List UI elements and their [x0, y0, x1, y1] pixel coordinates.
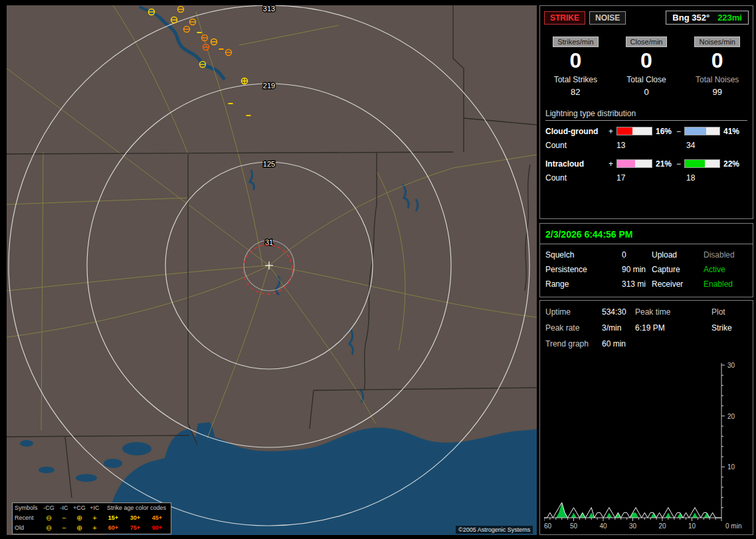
- legend-col-header-cg-neg: -CG: [41, 505, 56, 511]
- app-window: 313 219 125 31 Symbols -CG -IC +CG +: [0, 0, 756, 539]
- cg-minus-bar: [684, 127, 720, 135]
- intracloud-count-row: Count 17 18: [545, 173, 747, 183]
- svg-text:0 min: 0 min: [725, 522, 741, 529]
- legend-recent-row: Recent ⊖ − ⊕ + 15+ 30+ 45+: [13, 513, 171, 523]
- svg-text:60: 60: [544, 522, 552, 529]
- cg-neg-symbol-icon: ⊖: [41, 524, 56, 532]
- total-strikes-value: 82: [540, 87, 611, 97]
- session-panel: Uptime 534:30 Peak time Plot Peak rate 3…: [539, 300, 753, 535]
- svg-text:10: 10: [727, 463, 735, 471]
- strike-symbol-cg-pos-icon: [242, 78, 248, 84]
- ic-pos-symbol-icon: +: [87, 514, 102, 522]
- ic-neg-symbol-icon: −: [56, 514, 72, 522]
- legend-col-header-ic-neg: -IC: [56, 505, 72, 511]
- capture-status: Active: [704, 265, 747, 274]
- intracloud-label: Intracloud: [545, 159, 609, 169]
- svg-text:30: 30: [727, 362, 735, 369]
- datetime-display: 2/3/2026 6:44:56 PM: [540, 224, 753, 244]
- legend-age-value: 45+: [146, 515, 168, 521]
- noises-rate-value: 0: [682, 50, 753, 72]
- svg-text:50: 50: [570, 522, 578, 529]
- session-grid: Uptime 534:30 Peak time Plot Peak rate 3…: [540, 301, 753, 348]
- legend-age-value: 30+: [124, 515, 146, 521]
- persistence-value: 90 min: [622, 265, 652, 274]
- uptime-value: 534:30: [602, 307, 635, 317]
- close-per-min-header[interactable]: Close/min: [626, 37, 668, 47]
- noise-mode-button[interactable]: NOISE: [589, 11, 626, 25]
- squelch-value: 0: [622, 250, 652, 260]
- legend-row-label: Old: [15, 525, 41, 531]
- trend-area-intracloud: [544, 502, 721, 518]
- legend-age-value: 15+: [102, 515, 124, 521]
- mode-toggle-row: STRIKE NOISE Bng 352° 223mi: [540, 6, 753, 25]
- strikes-rate-value: 0: [540, 50, 611, 72]
- peak-rate-label: Peak rate: [545, 323, 602, 333]
- noises-column: Noises/min 0 Total Noises 99: [682, 35, 753, 97]
- cg-minus-bar-fill: [685, 127, 706, 135]
- close-rate-value: 0: [611, 50, 682, 72]
- ring-label-313: 313: [263, 5, 275, 13]
- legend-age-value: 75+: [124, 525, 146, 531]
- ic-minus-bar: [684, 159, 720, 168]
- count-label: Count: [545, 141, 616, 150]
- legend-header-row: Symbols -CG -IC +CG +IC Strike age color…: [13, 503, 171, 513]
- copyright-text: ©2005 Astrogenic Systems: [456, 526, 533, 534]
- bearing-distance: 223mi: [717, 13, 742, 23]
- total-close-label: Total Close: [611, 75, 682, 84]
- session-row: Uptime 534:30 Peak time Plot: [545, 307, 747, 317]
- plus-sign: +: [609, 159, 616, 169]
- map-canvas[interactable]: 313 219 125 31: [7, 5, 537, 535]
- strike-mode-button[interactable]: STRIKE: [544, 11, 585, 25]
- range-value: 313 mi: [622, 279, 652, 289]
- peak-rate-value: 3/min: [602, 323, 635, 333]
- plot-value: Strike: [711, 323, 747, 333]
- status-panel: 2/3/2026 6:44:56 PM Squelch 0 Upload Dis…: [539, 223, 753, 297]
- legend-col-header-ic-pos: +IC: [87, 505, 102, 511]
- svg-text:20: 20: [727, 413, 735, 420]
- cg-minus-percent: 41%: [720, 127, 750, 136]
- rate-columns: Strikes/min 0 Total Strikes 82 Close/min…: [540, 35, 753, 97]
- status-row: Range 313 mi Receiver Enabled: [545, 279, 747, 289]
- squelch-label: Squelch: [545, 250, 622, 260]
- total-strikes-label: Total Strikes: [540, 75, 611, 84]
- trend-graph-label: Trend graph: [545, 339, 602, 348]
- session-row: Peak rate 3/min 6:19 PM Strike: [545, 323, 747, 333]
- ic-pos-symbol-icon: +: [87, 524, 102, 532]
- plus-sign: +: [609, 127, 616, 136]
- status-row: Squelch 0 Upload Disabled: [545, 250, 747, 260]
- strikes-per-min-header[interactable]: Strikes/min: [553, 37, 598, 47]
- close-column: Close/min 0 Total Close 0: [611, 35, 682, 97]
- bearing-button[interactable]: Bng 352° 223mi: [666, 11, 749, 25]
- strike-stats-panel: STRIKE NOISE Bng 352° 223mi Strikes/min …: [539, 5, 753, 219]
- cg-neg-symbol-icon: ⊖: [41, 514, 56, 522]
- range-label: Range: [545, 279, 622, 289]
- ic-plus-count: 17: [616, 173, 686, 183]
- count-label: Count: [545, 173, 616, 183]
- cloud-ground-label: Cloud-ground: [545, 127, 609, 136]
- total-noises-value: 99: [682, 87, 753, 97]
- cg-minus-count: 34: [686, 141, 747, 150]
- cg-plus-bar: [616, 127, 652, 135]
- ic-minus-count: 18: [686, 173, 747, 183]
- persistence-label: Persistence: [545, 265, 622, 274]
- ic-minus-bar-fill: [685, 160, 705, 167]
- total-close-value: 0: [611, 87, 682, 97]
- cloud-ground-count-row: Count 13 34: [545, 141, 747, 150]
- lightning-map[interactable]: 313 219 125 31 Symbols -CG -IC +CG +: [7, 5, 537, 535]
- ic-neg-symbol-icon: −: [56, 524, 72, 532]
- plot-label: Plot: [711, 307, 747, 317]
- cg-plus-percent: 16%: [652, 127, 676, 136]
- ic-plus-bar: [616, 159, 652, 168]
- ring-label-219: 219: [263, 82, 275, 90]
- svg-text:20: 20: [658, 522, 666, 529]
- cg-plus-bar-fill: [617, 127, 632, 135]
- cloud-ground-row: Cloud-ground + 16% − 41%: [545, 127, 750, 136]
- cg-pos-symbol-icon: ⊕: [72, 524, 87, 532]
- strikes-column: Strikes/min 0 Total Strikes 82: [540, 35, 611, 97]
- legend-col-header-cg-pos: +CG: [72, 505, 87, 511]
- noises-per-min-header[interactable]: Noises/min: [694, 37, 739, 47]
- receiver-label: Receiver: [652, 279, 704, 289]
- legend-age-value: 60+: [102, 525, 124, 531]
- minus-sign: −: [676, 159, 684, 169]
- cg-pos-symbol-icon: ⊕: [72, 514, 87, 522]
